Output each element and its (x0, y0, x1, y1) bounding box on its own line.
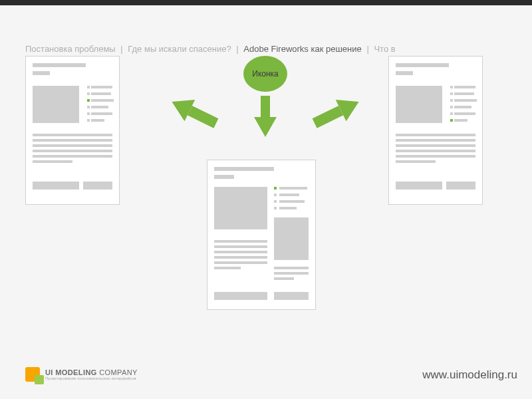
breadcrumb: Постановка проблемы | Где мы искали спас… (25, 44, 396, 54)
svg-rect-0 (261, 96, 270, 117)
company-name: UI MODELING COMPANY (45, 368, 138, 376)
company-tagline: Проектирование пользовательских интерфей… (45, 376, 138, 380)
breadcrumb-item: Что в (374, 44, 395, 54)
breadcrumb-item-active: Adobe Fireworks как решение (243, 44, 361, 54)
breadcrumb-separator: | (120, 44, 122, 54)
breadcrumb-separator: | (236, 44, 238, 54)
page-thumb-left (25, 56, 120, 205)
icon-circle-label: Иконка (252, 69, 279, 78)
slide-top-bar (0, 0, 532, 5)
company-logo-icon (25, 367, 40, 382)
footer-url: www.uimodeling.ru (422, 368, 517, 382)
company-logo: UI MODELING COMPANY Проектирование польз… (25, 367, 138, 382)
svg-rect-2 (188, 106, 219, 128)
svg-rect-4 (313, 106, 344, 128)
page-thumb-right (388, 56, 483, 205)
breadcrumb-separator: | (366, 44, 368, 54)
arrow-down-icon (254, 96, 277, 137)
arrow-right-icon (310, 94, 362, 133)
breadcrumb-item: Постановка проблемы (25, 44, 116, 54)
icon-circle: Иконка (243, 56, 287, 92)
breadcrumb-item: Где мы искали спасение? (128, 44, 231, 54)
page-thumb-center (207, 160, 316, 310)
svg-marker-1 (254, 117, 277, 137)
arrow-left-icon (169, 94, 221, 133)
